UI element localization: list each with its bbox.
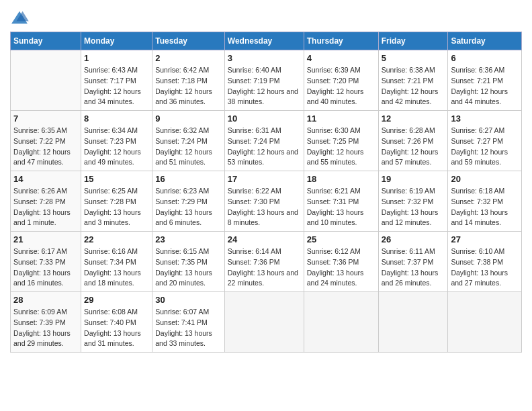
calendar-cell	[304, 292, 378, 353]
sun-info: Sunrise: 6:07 AMSunset: 7:41 PMDaylight:…	[155, 307, 222, 349]
calendar-cell: 5Sunrise: 6:38 AMSunset: 7:21 PMDaylight…	[378, 50, 448, 111]
sun-info: Sunrise: 6:34 AMSunset: 7:23 PMDaylight:…	[84, 126, 149, 168]
day-number: 5	[382, 53, 445, 63]
day-number: 9	[155, 113, 222, 124]
day-number: 18	[307, 174, 375, 184]
day-number: 29	[84, 295, 149, 305]
col-header-saturday: Saturday	[448, 32, 522, 50]
calendar-cell: 24Sunrise: 6:14 AMSunset: 7:36 PMDayligh…	[224, 232, 304, 292]
day-number: 30	[155, 295, 222, 305]
day-number: 27	[451, 234, 519, 244]
calendar-cell: 10Sunrise: 6:31 AMSunset: 7:24 PMDayligh…	[224, 111, 304, 171]
sun-info: Sunrise: 6:08 AMSunset: 7:40 PMDaylight:…	[84, 307, 149, 349]
sun-info: Sunrise: 6:19 AMSunset: 7:32 PMDaylight:…	[382, 186, 445, 228]
calendar-cell	[378, 292, 448, 353]
header-row: SundayMondayTuesdayWednesdayThursdayFrid…	[11, 32, 522, 50]
calendar-cell	[224, 292, 304, 353]
sun-info: Sunrise: 6:32 AMSunset: 7:24 PMDaylight:…	[155, 126, 222, 168]
calendar-cell: 27Sunrise: 6:10 AMSunset: 7:38 PMDayligh…	[448, 232, 522, 292]
day-number: 26	[382, 234, 445, 244]
header	[10, 10, 522, 25]
calendar-cell: 19Sunrise: 6:19 AMSunset: 7:32 PMDayligh…	[378, 171, 448, 232]
calendar-cell: 17Sunrise: 6:22 AMSunset: 7:30 PMDayligh…	[224, 171, 304, 232]
calendar-body: 1Sunrise: 6:43 AMSunset: 7:17 PMDaylight…	[11, 50, 522, 353]
calendar-cell: 26Sunrise: 6:11 AMSunset: 7:37 PMDayligh…	[378, 232, 448, 292]
calendar-cell: 16Sunrise: 6:23 AMSunset: 7:29 PMDayligh…	[152, 171, 225, 232]
day-number: 12	[382, 113, 445, 124]
day-number: 23	[155, 234, 222, 244]
day-number: 24	[228, 234, 301, 244]
day-number: 21	[13, 234, 78, 244]
sun-info: Sunrise: 6:18 AMSunset: 7:32 PMDaylight:…	[451, 186, 519, 228]
sun-info: Sunrise: 6:10 AMSunset: 7:38 PMDaylight:…	[451, 246, 519, 289]
sun-info: Sunrise: 6:17 AMSunset: 7:33 PMDaylight:…	[13, 246, 78, 289]
col-header-sunday: Sunday	[11, 32, 81, 50]
day-number: 28	[13, 295, 78, 305]
calendar-cell: 14Sunrise: 6:26 AMSunset: 7:28 PMDayligh…	[11, 171, 81, 232]
day-number: 14	[13, 174, 78, 184]
calendar-cell: 2Sunrise: 6:42 AMSunset: 7:18 PMDaylight…	[152, 50, 225, 111]
sun-info: Sunrise: 6:27 AMSunset: 7:27 PMDaylight:…	[451, 126, 519, 168]
sun-info: Sunrise: 6:28 AMSunset: 7:26 PMDaylight:…	[382, 126, 445, 168]
day-number: 15	[84, 174, 149, 184]
calendar-cell	[448, 292, 522, 353]
day-number: 10	[228, 113, 301, 124]
sun-info: Sunrise: 6:39 AMSunset: 7:20 PMDaylight:…	[307, 65, 375, 107]
calendar-cell: 21Sunrise: 6:17 AMSunset: 7:33 PMDayligh…	[11, 232, 81, 292]
day-number: 16	[155, 174, 222, 184]
day-number: 17	[228, 174, 301, 184]
sun-info: Sunrise: 6:14 AMSunset: 7:36 PMDaylight:…	[228, 246, 301, 289]
logo	[10, 10, 32, 25]
calendar-cell: 1Sunrise: 6:43 AMSunset: 7:17 PMDaylight…	[81, 50, 152, 111]
calendar-cell: 20Sunrise: 6:18 AMSunset: 7:32 PMDayligh…	[448, 171, 522, 232]
calendar-cell: 29Sunrise: 6:08 AMSunset: 7:40 PMDayligh…	[81, 292, 152, 353]
week-row-5: 28Sunrise: 6:09 AMSunset: 7:39 PMDayligh…	[11, 292, 522, 353]
col-header-monday: Monday	[81, 32, 152, 50]
calendar-header: SundayMondayTuesdayWednesdayThursdayFrid…	[11, 32, 522, 50]
calendar-cell: 13Sunrise: 6:27 AMSunset: 7:27 PMDayligh…	[448, 111, 522, 171]
calendar-cell: 4Sunrise: 6:39 AMSunset: 7:20 PMDaylight…	[304, 50, 378, 111]
sun-info: Sunrise: 6:21 AMSunset: 7:31 PMDaylight:…	[307, 186, 375, 228]
sun-info: Sunrise: 6:40 AMSunset: 7:19 PMDaylight:…	[228, 65, 301, 107]
sun-info: Sunrise: 6:16 AMSunset: 7:34 PMDaylight:…	[84, 246, 149, 289]
calendar-cell: 6Sunrise: 6:36 AMSunset: 7:21 PMDaylight…	[448, 50, 522, 111]
sun-info: Sunrise: 6:42 AMSunset: 7:18 PMDaylight:…	[155, 65, 222, 107]
calendar-cell: 3Sunrise: 6:40 AMSunset: 7:19 PMDaylight…	[224, 50, 304, 111]
calendar-table: SundayMondayTuesdayWednesdayThursdayFrid…	[10, 32, 522, 353]
week-row-4: 21Sunrise: 6:17 AMSunset: 7:33 PMDayligh…	[11, 232, 522, 292]
day-number: 25	[307, 234, 375, 244]
col-header-wednesday: Wednesday	[224, 32, 304, 50]
day-number: 11	[307, 113, 375, 124]
sun-info: Sunrise: 6:38 AMSunset: 7:21 PMDaylight:…	[382, 65, 445, 107]
col-header-friday: Friday	[378, 32, 448, 50]
sun-info: Sunrise: 6:43 AMSunset: 7:17 PMDaylight:…	[84, 65, 149, 107]
calendar-cell: 15Sunrise: 6:25 AMSunset: 7:28 PMDayligh…	[81, 171, 152, 232]
week-row-2: 7Sunrise: 6:35 AMSunset: 7:22 PMDaylight…	[11, 111, 522, 171]
sun-info: Sunrise: 6:31 AMSunset: 7:24 PMDaylight:…	[228, 126, 301, 168]
day-number: 3	[228, 53, 301, 63]
day-number: 22	[84, 234, 149, 244]
day-number: 13	[451, 113, 519, 124]
day-number: 19	[382, 174, 445, 184]
sun-info: Sunrise: 6:23 AMSunset: 7:29 PMDaylight:…	[155, 186, 222, 228]
sun-info: Sunrise: 6:12 AMSunset: 7:36 PMDaylight:…	[307, 246, 375, 289]
sun-info: Sunrise: 6:26 AMSunset: 7:28 PMDaylight:…	[13, 186, 78, 228]
logo-icon	[10, 10, 29, 25]
calendar-cell: 30Sunrise: 6:07 AMSunset: 7:41 PMDayligh…	[152, 292, 225, 353]
calendar-cell: 28Sunrise: 6:09 AMSunset: 7:39 PMDayligh…	[11, 292, 81, 353]
col-header-tuesday: Tuesday	[152, 32, 225, 50]
calendar-cell: 12Sunrise: 6:28 AMSunset: 7:26 PMDayligh…	[378, 111, 448, 171]
day-number: 2	[155, 53, 222, 63]
day-number: 1	[84, 53, 149, 63]
day-number: 7	[13, 113, 78, 124]
day-number: 4	[307, 53, 375, 63]
week-row-3: 14Sunrise: 6:26 AMSunset: 7:28 PMDayligh…	[11, 171, 522, 232]
sun-info: Sunrise: 6:36 AMSunset: 7:21 PMDaylight:…	[451, 65, 519, 107]
day-number: 8	[84, 113, 149, 124]
week-row-1: 1Sunrise: 6:43 AMSunset: 7:17 PMDaylight…	[11, 50, 522, 111]
calendar-cell: 8Sunrise: 6:34 AMSunset: 7:23 PMDaylight…	[81, 111, 152, 171]
calendar-cell	[11, 50, 81, 111]
calendar-cell: 23Sunrise: 6:15 AMSunset: 7:35 PMDayligh…	[152, 232, 225, 292]
sun-info: Sunrise: 6:35 AMSunset: 7:22 PMDaylight:…	[13, 126, 78, 168]
day-number: 20	[451, 174, 519, 184]
